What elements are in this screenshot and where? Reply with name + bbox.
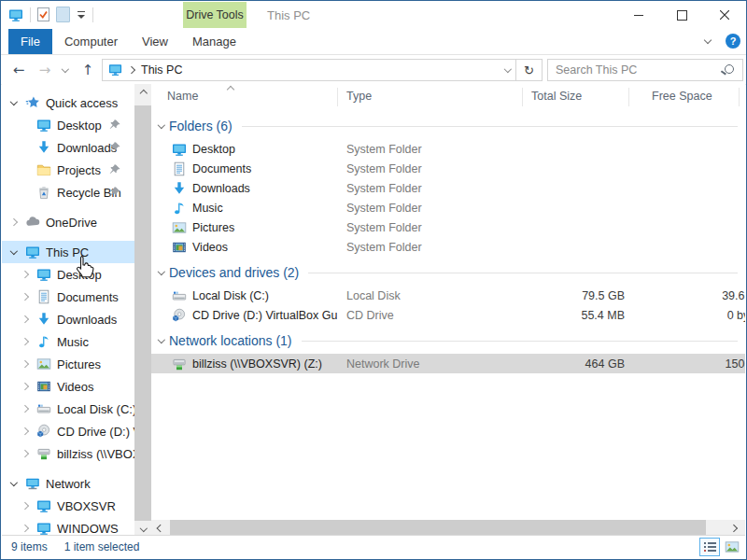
tree-item[interactable]: Pictures (2, 353, 134, 375)
scroll-left-icon[interactable] (151, 520, 167, 536)
tree-expand-icon[interactable] (21, 144, 29, 152)
tree-item[interactable]: WINDOWS (2, 517, 134, 536)
up-button[interactable]: ↑ (78, 59, 98, 81)
close-button[interactable] (703, 1, 746, 29)
tree-expand-icon[interactable] (21, 383, 29, 391)
address-bar[interactable]: This PC ↻ (102, 59, 543, 81)
scrollbar-thumb[interactable] (134, 105, 151, 521)
netdrive-icon (36, 446, 51, 461)
collapse-group-icon[interactable] (157, 337, 165, 345)
tree-expand-icon[interactable] (21, 271, 29, 279)
ribbon-tab-label: View (142, 35, 168, 49)
tree-item[interactable]: Music (2, 330, 134, 353)
ribbon-tab[interactable]: File (8, 29, 52, 54)
file-type: System Folder (337, 182, 522, 195)
tree-expand-icon[interactable] (9, 248, 18, 257)
tree-expand-icon[interactable] (21, 166, 29, 175)
address-dropdown-icon[interactable] (500, 60, 515, 80)
tree-expand-icon[interactable] (9, 99, 18, 107)
new-folder-icon[interactable] (56, 7, 70, 22)
breadcrumb[interactable]: This PC (141, 63, 182, 77)
devices-group: Local Disk (C:) Local Disk 79.5 GB 39.6 … (151, 286, 745, 325)
customize-quick-access-icon[interactable] (77, 10, 86, 20)
tree-expand-icon[interactable] (21, 525, 29, 533)
ribbon-tab[interactable]: Manage (180, 29, 248, 54)
horizontal-scrollbar[interactable] (151, 520, 745, 536)
tree-item[interactable]: Desktop (2, 263, 134, 286)
expand-ribbon-icon[interactable] (704, 37, 712, 46)
column-header-type[interactable]: Type (346, 90, 372, 103)
search-input[interactable] (548, 60, 742, 80)
music-icon (172, 201, 187, 216)
file-row[interactable]: Documents System Folder (151, 159, 745, 178)
group-header-network[interactable]: Network locations (1) (157, 330, 738, 351)
scroll-down-icon[interactable] (134, 521, 151, 536)
tree-item[interactable]: billziss (\\VBOXS (2, 442, 134, 465)
collapse-group-icon[interactable] (157, 269, 165, 277)
computer-icon[interactable] (8, 7, 23, 22)
tree-item[interactable]: Projects (2, 159, 134, 181)
file-row[interactable]: Downloads System Folder (151, 178, 745, 198)
drive-tools-tab[interactable]: Drive Tools (183, 2, 247, 28)
tree-expand-icon[interactable] (21, 315, 29, 324)
refresh-icon[interactable]: ↻ (516, 60, 542, 80)
breadcrumb-chevron-icon[interactable] (127, 66, 135, 75)
column-header-total-size[interactable]: Total Size (531, 90, 582, 103)
tree-expand-icon[interactable] (21, 338, 29, 346)
tree-item[interactable]: Local Disk (C:) (2, 398, 134, 420)
tree-item[interactable]: VBOXSVR (2, 495, 134, 517)
file-row[interactable]: Desktop System Folder (151, 139, 745, 159)
tree-expand-icon[interactable] (21, 121, 29, 130)
scroll-right-icon[interactable] (726, 520, 742, 536)
pin-icon (108, 163, 121, 176)
tree-item[interactable]: Downloads (2, 136, 134, 159)
file-row[interactable]: CD Drive (D:) VirtualBox Gu... CD Drive … (151, 305, 745, 325)
collapse-group-icon[interactable] (157, 122, 165, 131)
tree-expand-icon[interactable] (21, 189, 29, 197)
tree-expand-icon[interactable] (9, 480, 18, 488)
sidebar-scrollbar[interactable] (134, 84, 151, 536)
group-header-devices[interactable]: Devices and drives (2) (157, 262, 738, 283)
help-icon[interactable]: ? (726, 34, 740, 49)
tree-expand-icon[interactable] (21, 502, 29, 511)
file-free-space: 39.6 GB (628, 289, 745, 302)
column-header-free-space[interactable]: Free Space (652, 90, 712, 103)
thumbnail-view-button[interactable] (722, 538, 742, 556)
column-header-name[interactable]: Name (167, 90, 198, 103)
tree-item[interactable]: Documents (2, 286, 134, 308)
scroll-up-icon[interactable] (134, 84, 151, 99)
back-button[interactable]: ← (8, 59, 29, 81)
scrollbar-thumb[interactable] (170, 520, 706, 536)
tree-item[interactable]: Videos (2, 375, 134, 398)
maximize-button[interactable] (660, 1, 703, 29)
tree-expand-icon[interactable] (21, 293, 29, 301)
details-view-button[interactable] (699, 538, 720, 556)
disk-icon (36, 401, 51, 416)
file-row[interactable]: Pictures System Folder (151, 217, 745, 237)
file-row[interactable]: billziss (\\VBOXSVR) (Z:) Network Drive … (151, 354, 745, 373)
minimize-button[interactable] (617, 1, 660, 29)
properties-icon[interactable] (37, 7, 49, 21)
tree-expand-icon[interactable] (21, 427, 29, 436)
tree-item[interactable]: Desktop (2, 114, 134, 136)
tree-item[interactable]: CD Drive (D:) Vir (2, 420, 134, 442)
tree-expand-icon[interactable] (21, 405, 29, 413)
tree-item[interactable]: Downloads (2, 308, 134, 330)
tree-item[interactable]: Network (2, 472, 134, 495)
file-row[interactable]: Local Disk (C:) Local Disk 79.5 GB 39.6 … (151, 286, 745, 305)
file-row[interactable]: Videos System Folder (151, 237, 745, 257)
tree-item[interactable]: Quick access (2, 91, 134, 114)
tree-expand-icon[interactable] (21, 450, 29, 458)
group-header-folders[interactable]: Folders (6) (157, 116, 738, 136)
ribbon-tab[interactable]: View (130, 29, 180, 54)
tree-expand-icon[interactable] (21, 360, 29, 369)
file-row[interactable]: Music System Folder (151, 198, 745, 217)
search-icon[interactable] (725, 64, 734, 74)
ribbon-tab[interactable]: Computer (52, 29, 130, 54)
tree-item[interactable]: OneDrive (2, 211, 134, 233)
recent-locations-icon[interactable] (61, 65, 69, 74)
forward-button[interactable]: → (35, 59, 55, 81)
tree-expand-icon[interactable] (9, 218, 18, 227)
tree-item[interactable]: This PC (2, 241, 134, 263)
tree-item[interactable]: Recycle Bin (2, 181, 134, 203)
